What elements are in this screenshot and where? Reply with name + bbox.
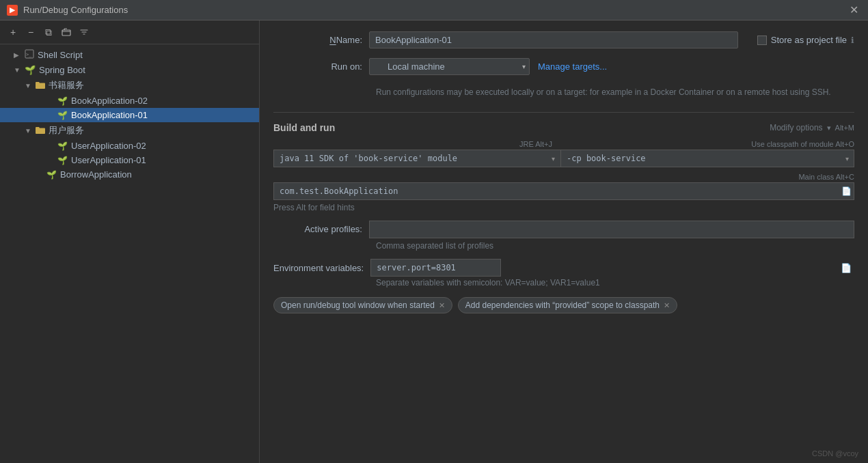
active-profiles-row: Active profiles: bbox=[273, 221, 854, 238]
tree-item-user-app-01[interactable]: 🌱 UserApplication-01 bbox=[0, 153, 259, 167]
user-app-01-icon: 🌱 bbox=[57, 156, 68, 165]
tree-item-user-app-02[interactable]: 🌱 UserApplication-02 bbox=[0, 139, 259, 153]
book-app-02-label: BookApplication-02 bbox=[71, 96, 148, 106]
tree-item-user-service[interactable]: ▼ 用户服务 bbox=[0, 122, 259, 139]
move-to-folder-button[interactable] bbox=[59, 25, 74, 40]
title-bar: ▶ Run/Debug Configurations ✕ bbox=[0, 0, 868, 20]
user-app-02-label: UserApplication-02 bbox=[71, 141, 146, 151]
env-vars-input[interactable] bbox=[370, 259, 501, 277]
folder-icon bbox=[36, 81, 45, 91]
main-class-hint: Press Alt for field hints bbox=[273, 203, 854, 212]
user-app-02-icon: 🌱 bbox=[57, 141, 68, 151]
user-app-01-label: UserApplication-01 bbox=[71, 155, 146, 165]
tree-item-book-app-02[interactable]: 🌱 BookApplication-02 bbox=[0, 94, 259, 108]
svg-text:>_: >_ bbox=[26, 52, 32, 57]
env-vars-label: Environment variables: bbox=[273, 263, 370, 273]
active-profiles-hint: Comma separated list of profiles bbox=[273, 241, 854, 251]
modify-options-area: Modify options ▾ Alt+M bbox=[770, 123, 854, 132]
active-profiles-label: Active profiles: bbox=[273, 221, 369, 234]
borrow-app-icon: 🌱 bbox=[46, 170, 57, 180]
folder-svg bbox=[36, 81, 45, 89]
app-logo: ▶ bbox=[7, 5, 18, 16]
jre-select[interactable]: java 11 SDK of 'book-service' module bbox=[273, 150, 560, 167]
name-input[interactable] bbox=[369, 31, 738, 48]
book-app-01-icon: 🌱 bbox=[57, 111, 68, 120]
user-folder-icon bbox=[36, 126, 45, 136]
svg-rect-0 bbox=[62, 30, 70, 36]
shell-script-icon: >_ bbox=[25, 49, 34, 61]
left-panel: + − ⧉ ▶ bbox=[0, 20, 260, 463]
run-on-label: Run on: bbox=[273, 61, 369, 72]
sort-button[interactable] bbox=[77, 25, 92, 40]
active-profiles-input[interactable] bbox=[369, 221, 854, 238]
run-on-select[interactable]: Local machine bbox=[369, 58, 530, 75]
user-service-arrow: ▼ bbox=[25, 127, 33, 135]
books-service-arrow: ▼ bbox=[25, 82, 33, 89]
toolbar: + − ⧉ bbox=[0, 20, 259, 44]
store-project-checkbox[interactable] bbox=[757, 36, 767, 45]
config-tree: ▶ >_ Shell Script ▼ 🌱 Spring Boot ▼ bbox=[0, 44, 259, 463]
run-on-info: Run configurations may be executed local… bbox=[273, 85, 854, 105]
store-project-label: Store as project file bbox=[771, 35, 847, 45]
tag-add-dependencies: Add dependencies with “provided” scope t… bbox=[458, 297, 677, 313]
tag-add-dependencies-close[interactable]: ✕ bbox=[664, 301, 670, 310]
tree-item-spring-boot[interactable]: ▼ 🌱 Spring Boot bbox=[0, 63, 259, 77]
main-class-input[interactable] bbox=[273, 182, 854, 200]
shell-script-label: Shell Script bbox=[38, 50, 83, 60]
tags-row: Open run/debug tool window when started … bbox=[273, 297, 854, 313]
spring-boot-label: Spring Boot bbox=[39, 65, 85, 75]
shell-icon: >_ bbox=[25, 49, 34, 59]
main-class-wrapper: 📄 bbox=[273, 182, 854, 200]
classpath-shortcut-hint: Use classpath of module Alt+O bbox=[751, 140, 854, 148]
env-wrapper: 📄 bbox=[370, 259, 854, 277]
user-folder-svg bbox=[36, 126, 45, 134]
modify-chevron-icon: ▾ bbox=[827, 124, 831, 132]
sort-icon bbox=[79, 27, 89, 37]
modify-options-link[interactable]: Modify options bbox=[770, 123, 822, 132]
name-label-underline: N bbox=[329, 35, 336, 45]
divider bbox=[273, 112, 854, 113]
spring-boot-icon: 🌱 bbox=[25, 65, 36, 75]
store-project-area: Store as project file ℹ bbox=[757, 35, 854, 45]
env-vars-browse-icon[interactable]: 📄 bbox=[841, 263, 852, 273]
run-on-row: Run on: 🏠 Local machine ▾ Manage targets… bbox=[273, 58, 854, 75]
tree-item-borrow-app[interactable]: 🌱 BorrowApplication bbox=[0, 167, 259, 182]
build-run-title: Build and run bbox=[273, 122, 335, 133]
remove-config-button[interactable]: − bbox=[23, 25, 38, 40]
right-panel: NName: Store as project file ℹ Run on: 🏠… bbox=[260, 20, 868, 463]
manage-targets-link[interactable]: Manage targets... bbox=[538, 61, 607, 72]
env-vars-row: Environment variables: 📄 bbox=[273, 259, 854, 277]
main-area: + − ⧉ ▶ bbox=[0, 20, 868, 463]
book-app-02-icon: 🌱 bbox=[57, 96, 68, 106]
cp-select-wrapper: -cp book-service ▾ bbox=[560, 150, 854, 167]
name-label: NName: bbox=[273, 35, 369, 45]
tree-item-book-app-01[interactable]: 🌱 BookApplication-01 bbox=[0, 108, 259, 122]
jre-shortcut-hint: JRE Alt+J bbox=[519, 140, 552, 148]
run-on-wrapper: 🏠 Local machine ▾ bbox=[369, 58, 530, 75]
jre-classpath-container: JRE Alt+J Use classpath of module Alt+O … bbox=[273, 140, 854, 167]
user-service-label: 用户服务 bbox=[49, 124, 84, 137]
name-row: NName: Store as project file ℹ bbox=[273, 31, 854, 48]
jre-classpath-hints: JRE Alt+J Use classpath of module Alt+O bbox=[273, 140, 854, 148]
cp-select[interactable]: -cp book-service bbox=[560, 150, 854, 167]
book-app-01-label: BookApplication-01 bbox=[71, 110, 148, 120]
env-vars-hint: Separate variables with semicolon: VAR=v… bbox=[273, 278, 854, 287]
main-class-shortcut-hint: Main class Alt+C bbox=[798, 173, 854, 181]
spring-boot-arrow: ▼ bbox=[14, 66, 22, 74]
tag-add-dependencies-label: Add dependencies with “provided” scope t… bbox=[465, 300, 660, 310]
add-config-button[interactable]: + bbox=[5, 25, 21, 40]
jre-row: java 11 SDK of 'book-service' module ▾ -… bbox=[273, 150, 854, 167]
tag-open-debug-close[interactable]: ✕ bbox=[439, 301, 445, 310]
copy-config-button[interactable]: ⧉ bbox=[41, 25, 56, 40]
close-button[interactable]: ✕ bbox=[847, 3, 861, 16]
main-class-browse-icon[interactable]: 📄 bbox=[841, 186, 852, 196]
borrow-app-label: BorrowApplication bbox=[60, 169, 132, 180]
main-class-container: Main class Alt+C 📄 bbox=[273, 173, 854, 200]
watermark: CSDN @vcoy bbox=[812, 449, 858, 458]
tag-open-debug-window: Open run/debug tool window when started … bbox=[273, 297, 452, 313]
build-run-header: Build and run Modify options ▾ Alt+M bbox=[273, 120, 854, 133]
tree-item-shell-script[interactable]: ▶ >_ Shell Script bbox=[0, 47, 259, 63]
folder-move-icon bbox=[62, 27, 71, 37]
tree-item-books-service[interactable]: ▼ 书籍服务 bbox=[0, 77, 259, 94]
info-icon: ℹ bbox=[851, 36, 854, 45]
